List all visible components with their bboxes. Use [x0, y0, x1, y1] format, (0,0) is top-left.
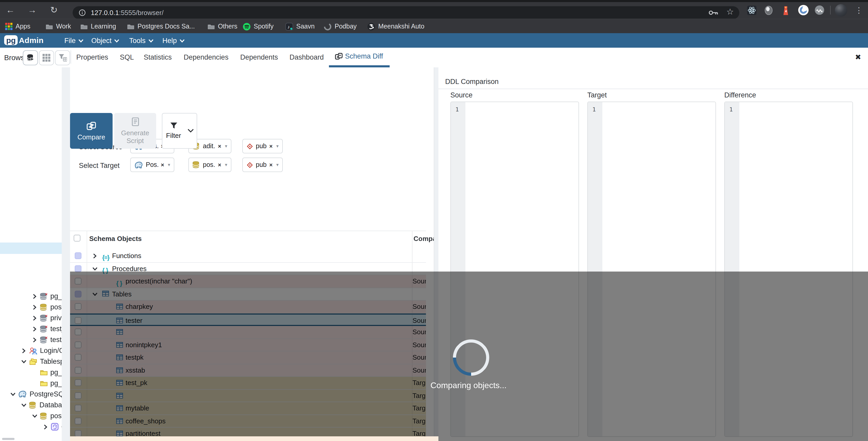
tab-sql[interactable]: SQL [120, 54, 134, 61]
bookmark-saavn[interactable]: ♪Saavn [285, 22, 315, 31]
bookmark-postgres-docs-sa-[interactable]: Postgres Docs Sa... [127, 22, 195, 31]
tree-item-label: test_ [50, 325, 62, 333]
tree-item-post[interactable]: post [32, 302, 62, 312]
clear-icon[interactable]: × [269, 162, 273, 168]
tree-item-databas[interactable]: Databas [21, 400, 62, 410]
swirl-extension-icon[interactable] [798, 5, 809, 15]
chevron-right-icon[interactable] [92, 253, 97, 259]
tree-item-post[interactable]: post [32, 410, 62, 421]
chevron-right-icon[interactable] [43, 424, 50, 429]
funnel-icon [170, 122, 177, 129]
chevron-right-icon[interactable] [32, 294, 39, 299]
tree-item-pg-d[interactable]: pg_d [32, 367, 62, 378]
address-bar[interactable]: 127.0.0.1:5555/browser/ ☆ [73, 6, 739, 19]
compare-icon [86, 121, 96, 130]
caret-down-icon[interactable]: ▾ [168, 162, 170, 167]
view-data-button[interactable] [23, 50, 38, 65]
pgadmin-logo: pg Admin [4, 35, 43, 45]
caret-down-icon[interactable]: ▾ [225, 143, 227, 149]
sidebar-horizontal-scrollbar[interactable] [2, 438, 14, 440]
wave-extension-icon[interactable] [814, 5, 825, 15]
menu-help[interactable]: Help [162, 37, 185, 44]
tree-item-login-g[interactable]: Login/G [21, 345, 62, 356]
avatar[interactable] [835, 4, 847, 16]
bookmark-spotify[interactable]: Spotify [243, 22, 273, 31]
tree-item-c[interactable]: C [43, 421, 62, 432]
compare-button[interactable]: Compare [70, 113, 113, 149]
star-icon[interactable]: ☆ [726, 7, 734, 16]
react-extension-icon[interactable] [747, 6, 756, 15]
chevron-down-icon[interactable] [92, 266, 97, 271]
select-value: Pos... [146, 161, 158, 168]
bookmark-learning[interactable]: Learning [81, 22, 116, 31]
bookmark-apps[interactable]: Apps [5, 22, 30, 31]
panel-splitter-left[interactable] [62, 67, 70, 441]
chevron-right-icon[interactable] [32, 326, 39, 331]
row-checkbox[interactable] [75, 265, 82, 272]
target-select-0[interactable]: Pos...×▾ [130, 158, 174, 172]
source-select-2[interactable]: publ...×▾ [242, 139, 283, 154]
info-icon[interactable] [79, 9, 86, 16]
chevron-right-icon[interactable] [21, 348, 29, 353]
menu-object[interactable]: Object [91, 37, 119, 44]
grid-button[interactable] [39, 50, 54, 65]
reload-icon[interactable]: ↻ [48, 4, 60, 16]
tablespaces-icon [29, 358, 37, 365]
database-gold-icon [40, 412, 48, 419]
menu-dots-icon[interactable]: ⋮ [855, 4, 863, 16]
lighthouse-extension-icon[interactable] [782, 5, 789, 15]
oval-extension-icon[interactable] [764, 6, 773, 15]
clear-icon[interactable]: × [218, 162, 221, 168]
row-checkbox[interactable] [75, 252, 82, 259]
tab-dependents[interactable]: Dependents [240, 54, 278, 61]
tree-item-pg-r[interactable]: ×pg_r [32, 291, 62, 302]
key-icon[interactable] [709, 10, 719, 15]
toolbar-divider [830, 6, 831, 14]
select-all-checkbox[interactable] [74, 235, 81, 241]
chevron-down-icon[interactable] [10, 392, 18, 397]
chevron-right-icon[interactable] [32, 304, 39, 310]
caret-down-icon[interactable]: ▾ [276, 162, 279, 167]
bookmark-podbay[interactable]: Podbay [324, 22, 357, 31]
back-icon[interactable]: ← [4, 4, 17, 16]
bookmark-meenakshi-auto[interactable]: Meenakshi Auto [367, 22, 425, 31]
forward-icon[interactable]: → [26, 4, 38, 16]
table-row-functions[interactable]: {≡}Functions [70, 250, 426, 263]
close-icon[interactable]: ✖ [855, 53, 861, 61]
clear-icon[interactable]: × [161, 162, 164, 168]
tree-item-test-[interactable]: ×test_ [32, 324, 62, 334]
chevron-down-icon[interactable] [32, 413, 39, 418]
menu-tools[interactable]: Tools [129, 37, 153, 44]
target-select-1[interactable]: pos...×▾ [188, 158, 231, 172]
caret-down-icon[interactable]: ▾ [276, 143, 279, 149]
menu-file[interactable]: File [64, 37, 84, 44]
tree-item-postgresq[interactable]: PostgreSQ [10, 389, 62, 400]
clear-icon[interactable]: × [218, 143, 221, 149]
bookmark-work[interactable]: Work [45, 22, 71, 31]
group-label: Procedures [112, 265, 147, 272]
target-select-2[interactable]: publ...×▾ [242, 158, 283, 172]
chevron-right-icon[interactable] [32, 337, 39, 342]
clear-icon[interactable]: × [269, 143, 273, 149]
chevron-down-icon[interactable] [21, 402, 29, 408]
tab-dashboard[interactable]: Dashboard [289, 54, 324, 61]
filter-dropdown-button[interactable] [185, 113, 197, 149]
tab-schema-diff[interactable]: Schema Diff [335, 52, 383, 60]
tree-item-tablesp[interactable]: Tablesp [21, 356, 62, 367]
generate-script-button[interactable]: Generate Script [114, 113, 156, 149]
chevron-right-icon[interactable] [32, 315, 39, 320]
bookmark-label: Others [218, 23, 237, 30]
tree-item-privt[interactable]: ×privt [32, 312, 62, 324]
tree-item-testi[interactable]: ×testi [32, 334, 62, 345]
tree-selected-row[interactable] [0, 242, 62, 254]
caret-down-icon[interactable]: ▾ [225, 162, 227, 167]
tab-properties[interactable]: Properties [76, 54, 108, 61]
tree-item-pg-g[interactable]: pg_g [32, 378, 62, 389]
filter-button[interactable]: Filter [162, 113, 185, 149]
tab-statistics[interactable]: Statistics [144, 54, 172, 61]
bookmark-others[interactable]: Others [208, 22, 237, 31]
comparison-column-title: Compa [413, 235, 436, 242]
tab-dependencies[interactable]: Dependencies [184, 54, 228, 61]
filtered-rows-button[interactable] [55, 50, 70, 65]
chevron-down-icon[interactable] [21, 359, 29, 364]
